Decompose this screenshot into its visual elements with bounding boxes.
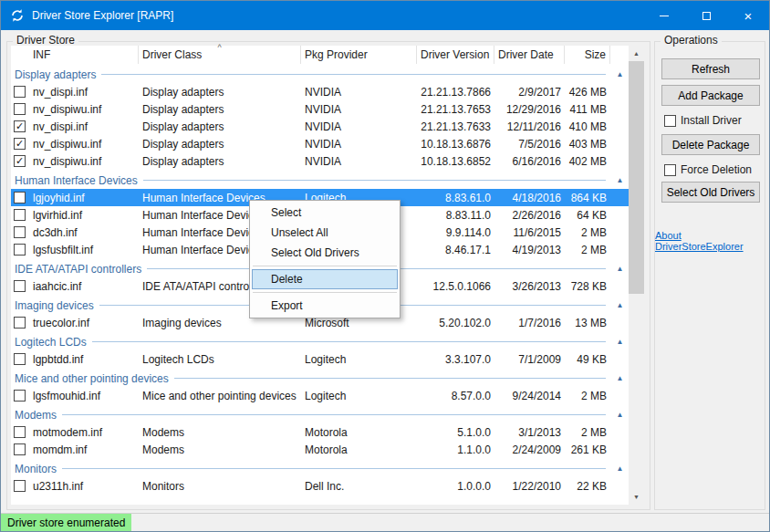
- inf-cell: lgsfmouhid.inf: [29, 390, 139, 402]
- scrollbar-track[interactable]: [629, 61, 644, 489]
- scroll-up-button[interactable]: ▲: [629, 46, 644, 61]
- delete-package-button[interactable]: Delete Package: [661, 134, 760, 155]
- collapse-group-icon[interactable]: ▲: [611, 70, 629, 78]
- size-cell: 402 MB: [565, 155, 610, 168]
- driver-class-cell: Mice and other pointing devices: [139, 390, 301, 402]
- collapse-group-icon[interactable]: ▲: [611, 374, 629, 382]
- driver-row[interactable]: ✓nv_dispiwu.infDisplay adaptersNVIDIA10.…: [11, 135, 629, 152]
- group-header-monitors[interactable]: Monitors▲: [11, 460, 629, 477]
- driver-row[interactable]: lgpbtdd.infLogitech LCDsLogitech3.3.107.…: [11, 350, 629, 368]
- driver-class-cell: Modems: [139, 443, 301, 456]
- row-checkbox[interactable]: [14, 86, 26, 98]
- scroll-down-button[interactable]: ▼: [629, 489, 644, 505]
- row-checkbox[interactable]: [14, 192, 26, 203]
- menu-item-unselect-all[interactable]: Unselect All: [252, 223, 398, 243]
- driver-row[interactable]: lgsfmouhid.infMice and other pointing de…: [11, 387, 629, 404]
- row-checkbox[interactable]: [14, 209, 26, 221]
- row-checkbox[interactable]: [14, 390, 26, 402]
- row-checkbox[interactable]: [14, 317, 26, 329]
- close-button[interactable]: ×: [727, 1, 769, 30]
- driver-row[interactable]: ✓nv_dispiwu.infDisplay adaptersNVIDIA10.…: [11, 152, 629, 170]
- size-cell: 411 MB: [565, 103, 610, 116]
- row-checkbox[interactable]: [14, 443, 26, 455]
- row-checkbox[interactable]: [14, 353, 26, 365]
- menu-item-export[interactable]: Export: [252, 296, 398, 316]
- driver-date-cell: 12/29/2016: [494, 103, 565, 116]
- vertical-scrollbar[interactable]: ▲ ▼: [629, 46, 644, 505]
- driver-row[interactable]: nv_dispi.infDisplay adaptersNVIDIA21.21.…: [11, 83, 629, 100]
- select-old-drivers-button[interactable]: Select Old Drivers: [661, 182, 760, 203]
- row-checkbox-cell: [11, 244, 29, 256]
- install-driver-checkbox-box[interactable]: [664, 115, 676, 127]
- collapse-group-icon[interactable]: ▲: [611, 265, 629, 273]
- row-checkbox[interactable]: [14, 480, 26, 492]
- row-checkbox[interactable]: [14, 103, 26, 115]
- add-package-button[interactable]: Add Package: [661, 85, 760, 106]
- driver-version-cell: 8.46.17.1: [417, 244, 494, 256]
- menu-item-select[interactable]: Select: [252, 203, 398, 223]
- row-checkbox[interactable]: [14, 226, 26, 238]
- row-checkbox[interactable]: ✓: [14, 155, 26, 167]
- driver-class-cell: Display adapters: [139, 120, 301, 133]
- group-header-display-adapters[interactable]: Display adapters▲: [11, 66, 629, 83]
- driver-class-cell: Display adapters: [139, 103, 301, 116]
- inf-cell: nv_dispiwu.inf: [29, 138, 139, 151]
- column-header-pkg-provider[interactable]: Pkg Provider: [301, 46, 417, 64]
- status-message: Driver store enumerated: [1, 514, 131, 531]
- column-header-size[interactable]: Size: [565, 46, 610, 64]
- group-header-logitech-lcds[interactable]: Logitech LCDs▲: [11, 333, 629, 350]
- operations-groupbox: Operations Refresh Add Package Install D…: [654, 41, 765, 510]
- driver-row[interactable]: momdm.infModemsMotorola1.1.0.02/24/20092…: [11, 441, 629, 458]
- about-link[interactable]: About DriverStoreExplorer: [655, 230, 762, 252]
- collapse-group-icon[interactable]: ▲: [611, 338, 629, 346]
- row-checkbox[interactable]: [14, 244, 26, 256]
- driver-row[interactable]: nv_dispiwu.infDisplay adaptersNVIDIA21.2…: [11, 100, 629, 118]
- row-checkbox-cell: [11, 103, 29, 115]
- collapse-group-icon[interactable]: ▲: [611, 301, 629, 309]
- refresh-button[interactable]: Refresh: [661, 58, 760, 79]
- column-header-driver-version[interactable]: Driver Version: [417, 46, 494, 64]
- force-deletion-checkbox-box[interactable]: [664, 164, 676, 176]
- collapse-group-icon[interactable]: ▲: [611, 411, 629, 419]
- group-header-modems[interactable]: Modems▲: [11, 406, 629, 423]
- menu-item-delete[interactable]: Delete: [252, 269, 398, 289]
- group-header-human-interface-devices[interactable]: Human Interface Devices▲: [11, 172, 629, 189]
- group-name: Display adapters: [15, 68, 96, 81]
- row-checkbox[interactable]: [14, 426, 26, 438]
- driver-row[interactable]: u2311h.infMonitorsDell Inc.1.0.0.01/22/2…: [11, 477, 629, 495]
- row-checkbox[interactable]: [14, 280, 26, 292]
- force-deletion-checkbox[interactable]: Force Deletion: [664, 163, 752, 176]
- maximize-button[interactable]: [685, 1, 727, 30]
- inf-cell: nv_dispi.inf: [29, 86, 139, 99]
- group-name: Imaging devices: [15, 299, 94, 312]
- collapse-group-icon[interactable]: ▲: [611, 464, 629, 473]
- install-driver-checkbox[interactable]: Install Driver: [664, 114, 742, 127]
- inf-cell: nv_dispiwu.inf: [29, 155, 139, 168]
- row-checkbox-cell: ✓: [11, 120, 29, 132]
- size-cell: 2 MB: [565, 226, 610, 239]
- driver-row[interactable]: ✓nv_dispi.infDisplay adaptersNVIDIA21.21…: [11, 118, 629, 135]
- size-cell: 728 KB: [565, 280, 610, 293]
- collapse-group-icon[interactable]: ▲: [611, 176, 629, 184]
- pkg-provider-cell: NVIDIA: [301, 155, 417, 168]
- scrollbar-thumb[interactable]: [629, 61, 644, 294]
- driver-class-cell: Display adapters: [139, 138, 301, 151]
- column-header-inf[interactable]: INF: [11, 46, 139, 64]
- driver-version-cell: 21.21.13.7866: [417, 86, 494, 99]
- menu-item-select-old-drivers[interactable]: Select Old Drivers: [252, 243, 398, 263]
- column-header-label: Driver Class: [142, 48, 202, 61]
- column-header-driver-class[interactable]: Driver Class^: [139, 46, 301, 64]
- column-header-driver-date[interactable]: Driver Date: [494, 46, 565, 64]
- row-checkbox[interactable]: ✓: [14, 120, 26, 132]
- inf-cell: dc3dh.inf: [29, 226, 139, 239]
- status-bar: Driver store enumerated: [1, 513, 769, 531]
- row-checkbox[interactable]: ✓: [14, 138, 26, 150]
- pkg-provider-cell: NVIDIA: [301, 103, 417, 116]
- group-header-mice-and-other-pointing-devices[interactable]: Mice and other pointing devices▲: [11, 370, 629, 387]
- force-deletion-label: Force Deletion: [681, 163, 752, 176]
- minimize-button[interactable]: [643, 1, 685, 30]
- group-underline: [101, 74, 606, 75]
- driver-row[interactable]: motmodem.infModemsMotorola5.1.0.03/1/201…: [11, 423, 629, 441]
- driver-version-cell: 8.83.11.0: [417, 209, 494, 222]
- column-header-label: INF: [33, 48, 50, 61]
